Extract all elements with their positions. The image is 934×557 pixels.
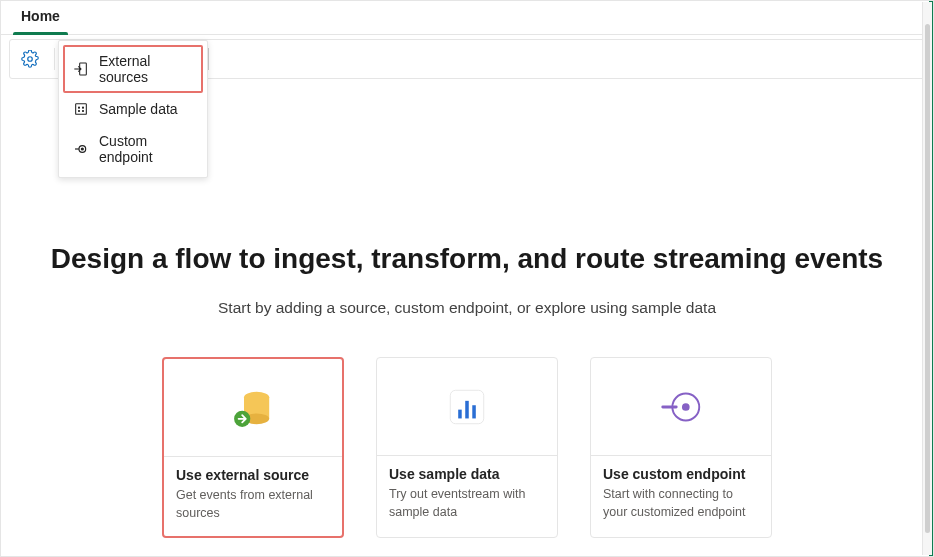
gear-icon	[21, 50, 39, 68]
card-title: Use external source	[176, 467, 330, 483]
external-sources-icon	[73, 61, 89, 77]
tab-home-label: Home	[21, 8, 60, 24]
card-desc: Get events from external sources	[176, 487, 330, 522]
svg-point-0	[28, 57, 33, 62]
sample-data-icon	[73, 101, 89, 117]
cards-row: Use external source Get events from exte…	[21, 357, 913, 538]
dropdown-item-custom-endpoint[interactable]: Custom endpoint	[63, 125, 203, 173]
card-desc: Start with connecting to your customized…	[603, 486, 759, 521]
svg-rect-15	[465, 400, 469, 418]
page-subheading: Start by adding a source, custom endpoin…	[21, 299, 913, 317]
settings-button[interactable]	[16, 45, 44, 73]
custom-endpoint-icon	[73, 141, 89, 157]
svg-point-18	[682, 403, 690, 411]
card-desc: Try out eventstream with sample data	[389, 486, 545, 521]
svg-point-3	[78, 107, 79, 108]
tab-home[interactable]: Home	[13, 2, 68, 34]
card-custom-endpoint[interactable]: Use custom endpoint Start with connectin…	[590, 357, 772, 538]
scrollbar-vertical[interactable]	[922, 2, 932, 555]
svg-rect-2	[76, 104, 87, 115]
add-source-dropdown: External sources Sample data Custom endp…	[58, 40, 208, 178]
svg-point-8	[81, 148, 83, 150]
page-headline: Design a flow to ingest, transform, and …	[21, 243, 913, 275]
svg-point-4	[82, 107, 83, 108]
dropdown-item-label: Custom endpoint	[99, 133, 193, 165]
card-custom-endpoint-illustration	[591, 358, 771, 456]
card-external-source[interactable]: Use external source Get events from exte…	[162, 357, 344, 538]
card-external-source-illustration	[164, 359, 342, 457]
card-sample-data[interactable]: Use sample data Try out eventstream with…	[376, 357, 558, 538]
svg-rect-14	[458, 409, 462, 418]
svg-point-6	[82, 110, 83, 111]
card-sample-data-illustration	[377, 358, 557, 456]
svg-point-5	[78, 110, 79, 111]
dropdown-item-label: Sample data	[99, 101, 178, 117]
dropdown-item-sample-data[interactable]: Sample data	[63, 93, 203, 125]
toolbar-divider	[54, 48, 55, 70]
tab-bar: Home	[1, 1, 933, 35]
svg-rect-16	[472, 405, 476, 418]
dropdown-item-label: External sources	[99, 53, 193, 85]
dropdown-item-external-sources[interactable]: External sources	[63, 45, 203, 93]
card-title: Use sample data	[389, 466, 545, 482]
card-title: Use custom endpoint	[603, 466, 759, 482]
scrollbar-thumb[interactable]	[925, 24, 930, 533]
